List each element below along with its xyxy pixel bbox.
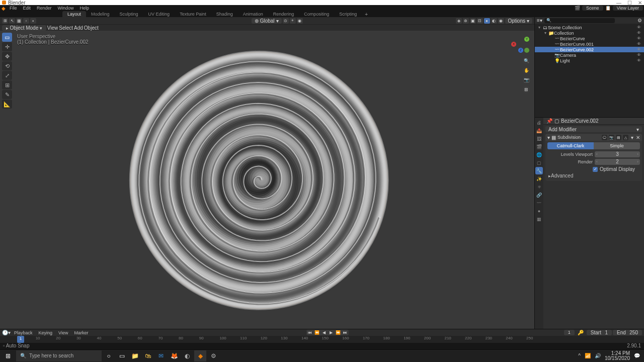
tool-scale[interactable]: ⤢: [2, 71, 12, 80]
add-workspace-button[interactable]: +: [362, 12, 371, 17]
tl-menu-keying[interactable]: Keying: [36, 330, 55, 335]
menu-window[interactable]: Window: [55, 6, 76, 11]
shading-wireframe-button[interactable]: ⊡: [477, 18, 483, 24]
prop-tab-physics[interactable]: ⚛: [535, 183, 543, 191]
window-maximize-button[interactable]: ☐: [627, 0, 632, 6]
store-icon[interactable]: 🛍: [142, 350, 154, 361]
tab-texture-paint[interactable]: Texture Paint: [175, 11, 211, 17]
firefox-icon[interactable]: 🦊: [168, 350, 180, 361]
tool-rotate[interactable]: ⟲: [2, 61, 12, 70]
xray-button[interactable]: ▣: [470, 18, 476, 24]
pivot-button[interactable]: ⊙: [283, 18, 289, 24]
steam-icon[interactable]: ◐: [181, 350, 193, 361]
start-frame-field[interactable]: Start 1: [587, 330, 612, 335]
snap-button[interactable]: ⌖: [290, 18, 296, 24]
tl-menu-marker[interactable]: Marker: [71, 330, 91, 335]
outliner-row-collection[interactable]: ▾📁Collection👁: [535, 30, 644, 36]
tool-measure[interactable]: 📐: [2, 100, 12, 109]
outliner-search[interactable]: 🔍: [544, 18, 615, 23]
tray-wifi-icon[interactable]: 📶: [585, 353, 591, 358]
shading-solid-button[interactable]: ●: [484, 18, 490, 24]
outliner-row-beziercurve-002[interactable]: 〰BezierCurve.002👁: [535, 47, 644, 52]
modifier-editmode-toggle[interactable]: ▤: [616, 135, 621, 140]
add-modifier-button[interactable]: Add Modifier▾: [545, 126, 642, 132]
axis-y[interactable]: Y: [524, 37, 529, 42]
tab-layout[interactable]: Layout: [62, 11, 86, 17]
axis-z[interactable]: Z: [518, 48, 523, 53]
camera-view-button[interactable]: 📷: [522, 76, 530, 84]
zoom-button[interactable]: 🔍: [522, 57, 530, 65]
persp-ortho-button[interactable]: ⊞: [522, 85, 530, 94]
timeline-ruler[interactable]: 1 10203040506070809010011012013014015016…: [0, 336, 644, 343]
taskbar-search[interactable]: 🔍 Type here to search: [16, 350, 102, 361]
gizmo-icon[interactable]: ▦: [16, 18, 22, 24]
advanced-disclosure[interactable]: ▸ Advanced: [545, 172, 642, 179]
jump-next-keyframe-button[interactable]: ⏩: [335, 330, 342, 335]
play-button[interactable]: ▶: [328, 330, 335, 335]
modifier-name[interactable]: Subdivision: [557, 135, 600, 140]
tab-animation[interactable]: Animation: [238, 11, 268, 17]
prop-tab-world[interactable]: 🌐: [535, 151, 543, 158]
shading-rendered-button[interactable]: ◉: [498, 18, 504, 24]
tab-shading[interactable]: Shading: [211, 11, 238, 17]
proportional-button[interactable]: ◉: [297, 18, 303, 24]
tool-move[interactable]: ✥: [2, 52, 12, 61]
render-levels-field[interactable]: ‹2›: [595, 159, 640, 165]
play-reverse-button[interactable]: ◀: [320, 330, 328, 335]
tool-annotate[interactable]: ✎: [2, 90, 12, 99]
view-layer-selector[interactable]: View Layer: [613, 6, 643, 11]
gizmo-icon-2[interactable]: ▫: [23, 18, 29, 24]
outliner-row-beziercurve-001[interactable]: 〰BezierCurve.001👁: [535, 41, 644, 47]
timeline-type-icon[interactable]: 🕐▾: [2, 330, 11, 335]
current-frame-field[interactable]: 1: [564, 330, 575, 335]
notification-icon[interactable]: 💬: [634, 353, 640, 358]
end-frame-field[interactable]: End 250: [613, 330, 642, 335]
mode-selector[interactable]: ▸ Object Mode ▾: [2, 25, 46, 31]
tool-select-box[interactable]: ▭: [2, 33, 12, 42]
viewport-3d[interactable]: User Perspective (1) Collection | Bezier…: [0, 31, 534, 329]
axis-x[interactable]: X: [511, 42, 516, 47]
outliner-filter-button[interactable]: ⚙: [637, 18, 642, 23]
transform-orientation[interactable]: ⊕Global▾: [252, 18, 282, 24]
timeline-playhead[interactable]: 1: [17, 336, 24, 343]
vp-menu-select[interactable]: Select: [59, 25, 73, 31]
outliner-row-scene-collection[interactable]: ▾🗂Scene Collection👁: [535, 25, 644, 30]
vp-menu-add[interactable]: Add: [74, 25, 83, 31]
prop-tab-texture[interactable]: ▦: [535, 215, 543, 223]
vp-menu-object[interactable]: Object: [84, 25, 99, 31]
outliner-tree[interactable]: ▾🗂Scene Collection👁▾📁Collection👁 〰Bezier…: [535, 24, 644, 64]
modifier-expand-icon[interactable]: ▾: [547, 135, 550, 140]
blender-taskbar-icon[interactable]: ◆: [194, 350, 206, 361]
menu-help[interactable]: Help: [77, 6, 92, 11]
menu-file[interactable]: File: [7, 6, 20, 11]
move-view-button[interactable]: ✋: [522, 66, 530, 74]
prop-tab-curve[interactable]: 〰: [535, 199, 543, 207]
navigation-gizmo[interactable]: X Y Z: [511, 35, 530, 54]
tab-uv-editing[interactable]: UV Editing: [143, 11, 175, 17]
taskbar-clock[interactable]: 1:24 PM 10/15/2020: [605, 351, 630, 361]
tool-cursor[interactable]: ✛: [2, 42, 12, 51]
mail-icon[interactable]: ✉: [155, 350, 167, 361]
axis-neg[interactable]: [524, 48, 529, 53]
prop-tab-constraints[interactable]: 🔗: [535, 191, 543, 199]
outliner-row-light[interactable]: 💡Light👁: [535, 58, 644, 63]
window-close-button[interactable]: ✕: [638, 0, 642, 6]
modifier-close-icon[interactable]: ✕: [636, 135, 640, 140]
tab-compositing[interactable]: Compositing: [299, 11, 334, 17]
outliner-row-camera[interactable]: 📷Camera👁: [535, 52, 644, 58]
autokey-button[interactable]: 🔑: [576, 330, 586, 335]
jump-to-start-button[interactable]: ⏮: [306, 330, 313, 335]
optimal-display-checkbox[interactable]: ✓: [593, 167, 598, 172]
show-gizmo-button[interactable]: ◈: [456, 18, 462, 24]
pin-icon[interactable]: 📌: [546, 118, 552, 124]
subdivision-type-simple[interactable]: Simple: [594, 142, 640, 149]
prop-tab-modifiers[interactable]: 🔧: [535, 167, 543, 174]
menu-render[interactable]: Render: [34, 6, 54, 11]
options-dropdown[interactable]: Options▾: [505, 18, 532, 24]
prop-tab-render[interactable]: 🖨: [535, 119, 543, 126]
prop-tab-scene[interactable]: 🎬: [535, 143, 543, 150]
tool-transform[interactable]: ⊞: [2, 80, 12, 89]
gizmo-icon-3[interactable]: ▪: [30, 18, 36, 24]
editor-type-button[interactable]: ⊞: [2, 18, 8, 24]
scene-selector[interactable]: Scene: [582, 6, 603, 11]
